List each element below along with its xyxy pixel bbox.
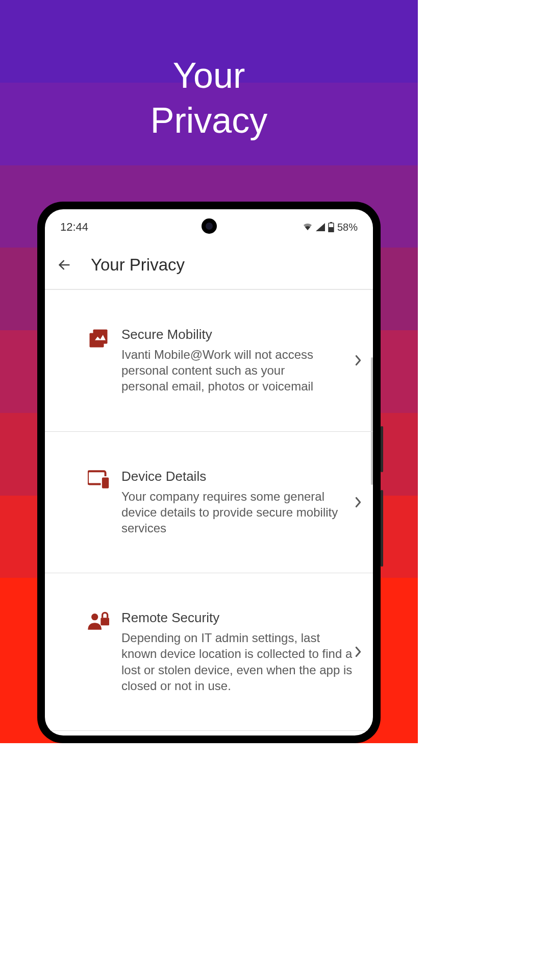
chevron-right-icon (355, 355, 362, 366)
remote-security-icon (88, 611, 110, 631)
app-bar: Your Privacy (45, 239, 373, 290)
list-item-remote-security[interactable]: Remote Security Depending on IT admin se… (45, 573, 373, 731)
battery-percent: 58% (337, 222, 358, 233)
svg-rect-9 (101, 618, 109, 625)
wifi-icon (303, 223, 313, 231)
phone-side-button (381, 490, 383, 567)
page-title: Your Privacy (91, 255, 185, 275)
list-item-secure-mobility[interactable]: Secure Mobility Ivanti Mobile@Work will … (45, 290, 373, 432)
list-item-body: Device Details Your company requires som… (121, 469, 358, 536)
list-item-title: Device Details (121, 469, 358, 484)
chevron-right-icon (355, 646, 362, 657)
svg-rect-5 (93, 330, 108, 344)
status-indicators: 58% (303, 222, 358, 233)
svg-rect-7 (102, 477, 110, 489)
svg-point-8 (91, 614, 98, 620)
list-item-body: Remote Security Depending on IT admin se… (121, 610, 358, 694)
cellular-icon (316, 223, 325, 231)
phone-side-button (381, 426, 383, 472)
chevron-right-icon (355, 497, 362, 508)
camera-notch (202, 218, 217, 234)
svg-rect-2 (329, 227, 334, 232)
list-item-title: Remote Security (121, 610, 358, 626)
photos-icon (88, 328, 110, 349)
list-item-body: Secure Mobility Ivanti Mobile@Work will … (121, 327, 358, 395)
battery-icon (328, 222, 334, 232)
hero-title: Your Privacy (0, 54, 418, 143)
list-item-title: Secure Mobility (121, 327, 358, 342)
devices-icon (88, 470, 110, 489)
back-arrow-icon[interactable] (57, 258, 71, 272)
list-item-desc: Ivanti Mobile@Work will not access perso… (121, 347, 331, 395)
hero-title-line1: Your (0, 54, 418, 99)
phone-screen: 12:44 58% Your Privacy (45, 209, 373, 736)
list-item-device-details[interactable]: Device Details Your company requires som… (45, 432, 373, 574)
list-item-desc: Depending on IT admin settings, last kno… (121, 630, 358, 694)
content-list: Secure Mobility Ivanti Mobile@Work will … (45, 290, 373, 731)
status-time: 12:44 (60, 220, 88, 234)
list-item-desc: Your company requires some general devic… (121, 488, 358, 536)
phone-frame: 12:44 58% Your Privacy (37, 202, 381, 743)
hero-title-line2: Privacy (0, 99, 418, 143)
